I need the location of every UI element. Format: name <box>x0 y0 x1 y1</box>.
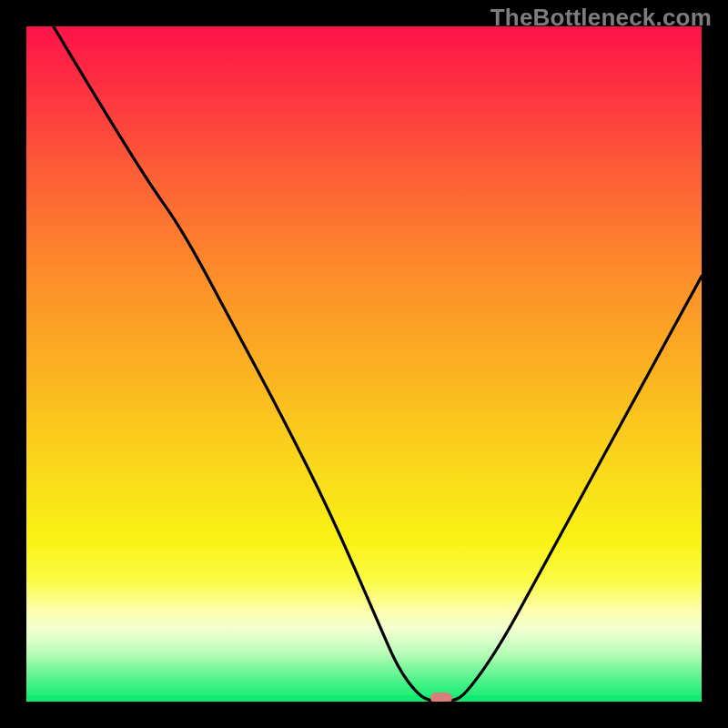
bottleneck-curve <box>26 26 702 702</box>
optimal-point-marker <box>430 693 452 702</box>
curve-path <box>54 26 702 702</box>
chart-frame: TheBottleneck.com <box>0 0 728 728</box>
plot-area <box>26 26 702 702</box>
watermark-text: TheBottleneck.com <box>490 4 712 32</box>
